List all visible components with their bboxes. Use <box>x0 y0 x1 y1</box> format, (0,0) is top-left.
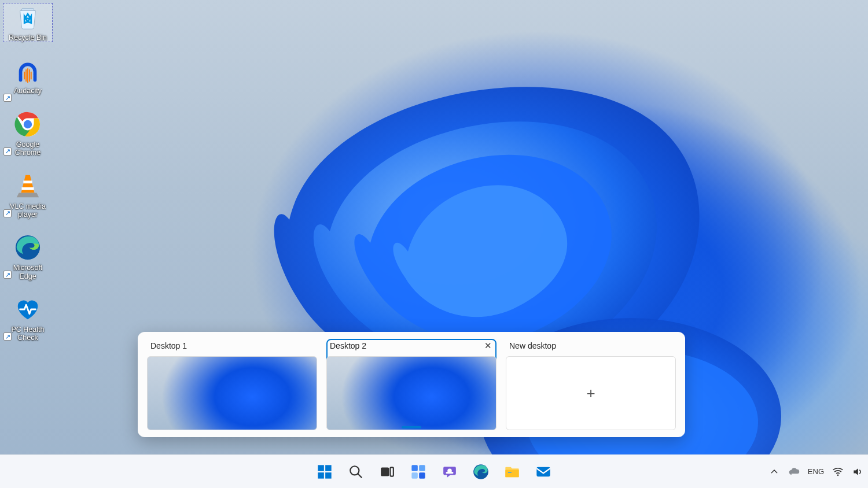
tray-overflow-button[interactable] <box>768 466 780 478</box>
audacity-icon <box>14 57 42 84</box>
svg-rect-22 <box>390 467 393 476</box>
svg-rect-25 <box>411 472 418 479</box>
start-button[interactable] <box>312 459 337 485</box>
svg-line-20 <box>358 474 362 478</box>
edge-button[interactable] <box>468 459 494 485</box>
desktop-icon-edge[interactable]: ↗ Microsoft Edge <box>3 234 52 280</box>
desktop-icon-pc-health-check[interactable]: ↗ PC Health Check <box>3 295 52 342</box>
svg-rect-21 <box>381 467 389 476</box>
edge-icon <box>473 464 489 480</box>
new-desktop[interactable]: New desktop + <box>506 339 676 430</box>
active-desktop-indicator <box>402 426 421 428</box>
wifi-icon <box>832 466 844 478</box>
chevron-up-icon <box>770 468 778 476</box>
shortcut-arrow-icon: ↗ <box>3 332 12 341</box>
svg-rect-30 <box>505 469 518 477</box>
svg-rect-18 <box>325 472 332 479</box>
svg-rect-28 <box>446 472 454 474</box>
vlc-icon <box>14 172 42 200</box>
virtual-desktop-thumbnail[interactable] <box>326 356 496 430</box>
svg-rect-24 <box>419 465 425 471</box>
file-explorer-icon <box>504 464 520 480</box>
taskview-button[interactable] <box>374 459 400 485</box>
svg-rect-26 <box>419 472 425 479</box>
taskview-icon <box>380 464 395 479</box>
search-button[interactable] <box>343 459 369 485</box>
svg-rect-2 <box>19 74 23 82</box>
search-icon <box>348 464 363 479</box>
desktop-icon-label: Audacity <box>13 87 43 95</box>
widgets-button[interactable] <box>406 459 431 485</box>
taskview-panel: Desktop 1 Desktop 2 ✕ New desktop + <box>138 332 685 437</box>
language-indicator[interactable]: ENG <box>808 467 824 476</box>
chat-button[interactable] <box>437 459 462 485</box>
mail-icon <box>535 464 551 480</box>
widgets-icon <box>410 464 426 480</box>
desktop-icon-chrome[interactable]: ↗ Google Chrome <box>3 110 52 157</box>
desktop-icon-audacity[interactable]: ↗ Audacity <box>3 57 52 95</box>
shortcut-arrow-icon: ↗ <box>3 271 12 279</box>
svg-rect-16 <box>325 465 332 471</box>
new-desktop-label: New desktop <box>509 341 556 350</box>
svg-rect-15 <box>318 465 324 471</box>
svg-rect-3 <box>34 74 37 82</box>
virtual-desktop-2[interactable]: Desktop 2 ✕ <box>326 339 496 430</box>
shortcut-arrow-icon: ↗ <box>3 94 12 102</box>
mail-button[interactable] <box>531 459 556 485</box>
desktop-icon-vlc[interactable]: ↗ VLC media player <box>3 172 52 219</box>
desktop-icons: Recycle Bin ↗ Audacity ↗ Google Chrome <box>3 3 52 342</box>
file-explorer-button[interactable] <box>499 459 525 485</box>
close-icon[interactable]: ✕ <box>483 341 493 351</box>
edge-icon <box>14 234 42 261</box>
virtual-desktop-thumbnail[interactable] <box>147 356 317 430</box>
virtual-desktop-1[interactable]: Desktop 1 <box>147 339 317 430</box>
desktop-icon-recycle-bin[interactable]: Recycle Bin <box>3 3 52 42</box>
taskbar: ENG <box>0 454 868 488</box>
svg-rect-12 <box>23 180 32 183</box>
recycle-bin-icon <box>14 3 42 31</box>
virtual-desktop-title: Desktop 2 <box>330 341 366 350</box>
shortcut-arrow-icon: ↗ <box>3 147 12 156</box>
chat-icon <box>442 464 457 479</box>
svg-point-33 <box>837 474 839 476</box>
svg-rect-32 <box>536 467 550 476</box>
svg-rect-23 <box>411 465 418 471</box>
plus-icon: + <box>586 385 595 402</box>
chrome-icon <box>14 110 42 138</box>
taskbar-pinned <box>312 459 556 485</box>
cloud-icon <box>788 466 800 478</box>
system-tray: ENG <box>768 466 863 478</box>
new-desktop-button[interactable]: + <box>506 356 676 430</box>
volume-button[interactable] <box>852 466 863 478</box>
pc-health-check-icon <box>14 295 42 323</box>
onedrive-button[interactable] <box>788 466 800 478</box>
svg-rect-13 <box>21 187 34 190</box>
shortcut-arrow-icon: ↗ <box>3 209 12 217</box>
desktop-wallpaper[interactable]: Recycle Bin ↗ Audacity ↗ Google Chrome <box>0 0 868 488</box>
virtual-desktop-title: Desktop 1 <box>150 341 187 350</box>
svg-rect-17 <box>318 472 324 479</box>
start-icon <box>317 464 333 480</box>
volume-icon <box>852 466 863 478</box>
desktop-icon-label: Recycle Bin <box>8 34 48 42</box>
wifi-button[interactable] <box>832 466 844 478</box>
svg-rect-31 <box>508 472 512 473</box>
